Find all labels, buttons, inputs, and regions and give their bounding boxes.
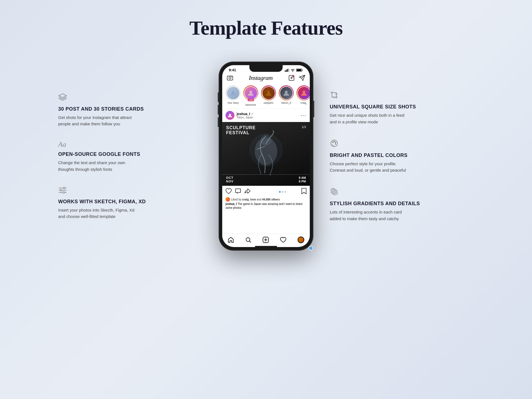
sliders-icon [58,186,202,195]
story-karennne[interactable]: LIVE karennne [243,85,258,106]
ig-header-icons: + [288,75,305,81]
liked-by: Liked by craig_love and 44,686 others [226,197,306,202]
status-time: 9:41 [229,68,236,72]
svg-rect-10 [289,68,290,72]
text-icon: Aa [58,141,202,148]
feature-sketch-figma-title: WORKS WITH SKETCH, FIGMA, XD [58,199,202,205]
feature-google-fonts: Aa OPEN-SOURCE GOOGLE FONTS Change the t… [58,141,202,172]
svg-point-6 [63,192,65,193]
kieron-d-ring [279,85,294,100]
post-more-button[interactable]: ··· [301,113,306,118]
svg-point-5 [60,189,62,191]
feature-square-shots: UNIVERSAL SQUARE SIZE SHOTS Get nice and… [330,90,474,125]
feature-pastel-colors-title: BRIGHT AND PASTEL COLORS [330,153,474,158]
your-story-name: Your Story [227,101,239,104]
event-title-block: SCULPTURE FESTIVAL [226,125,256,135]
story-your-story[interactable]: + Your Story [226,85,241,106]
nav-add[interactable] [263,237,269,243]
post-caption: Liked by craig_love and 44,686 others jo… [222,197,310,211]
liked-avatar [226,197,230,202]
kieron-d-avatar [280,86,293,100]
svg-point-24 [303,91,305,93]
svg-point-15 [229,77,231,79]
event-month2: NOV [226,180,234,183]
send-icon[interactable] [299,75,305,81]
dots-indicator [264,191,301,193]
feature-google-fonts-desc: Change the text and share your own thoug… [58,159,136,172]
action-left [226,188,264,195]
svg-point-33 [334,141,335,142]
share-button[interactable] [244,188,250,195]
feature-gradients-desc: Lots of interesting accents in each card… [330,209,407,222]
event-title-line2: FESTIVAL [226,130,256,135]
dot-1 [279,191,281,193]
nav-likes[interactable] [280,237,286,243]
battery-icon [296,68,303,72]
svg-point-35 [335,143,336,144]
feature-gradients: STYLISH GRADIENTS AND DETAILS Lots of in… [330,187,474,222]
signal-icon [285,68,289,72]
event-month1: OCT [226,176,234,179]
camera-icon[interactable] [227,75,233,81]
phone-container: 9:41 [219,62,313,250]
add-post-icon[interactable]: + [288,75,295,81]
crop-icon [330,90,474,101]
karennne-name: karennne [245,103,256,106]
dot-3 [285,191,286,193]
phone-notch [249,65,283,72]
feature-sketch-figma-desc: Insert your photos into Skecth, Figma, X… [58,207,136,220]
svg-rect-7 [285,70,286,72]
event-time1: 8 AM [299,176,306,179]
event-title-line1: SCULPTURE [226,125,256,130]
caption-text: joshua_l The game in Japan was amazing a… [226,202,306,210]
event-time2: 8 PM [299,180,306,183]
caption-username: joshua_l [226,202,237,205]
post-image-bottom: OCT NOV 8 AM 8 PM [226,176,306,183]
live-badge: LIVE [248,99,254,101]
phone-device: 9:41 [219,62,313,250]
feature-posts-stories-title: 30 POST AND 30 STORIES CARDS [58,106,202,112]
svg-rect-8 [286,70,287,72]
post-header: joshua_l ✓ Tokyo, Japan ··· [222,109,310,122]
zackjohn-ring [261,85,276,100]
nav-profile-avatar [298,237,304,243]
svg-line-40 [331,192,334,195]
karennne-avatar [244,86,258,100]
comment-button[interactable] [235,188,241,195]
karennne-ring [243,85,258,100]
story-craig[interactable]: craig_ [296,85,310,106]
nav-profile[interactable] [298,237,304,243]
svg-point-11 [292,71,293,72]
instagram-logo: Instagram [249,74,273,82]
feature-posts-stories: 30 POST AND 30 STORIES CARDS Get shots f… [58,93,202,127]
nav-home[interactable] [228,237,234,243]
save-button[interactable] [301,188,306,195]
zackjohn-avatar [262,86,275,100]
svg-point-20 [232,91,234,93]
post-author-info: joshua_l ✓ Tokyo, Japan [237,112,253,119]
features-left: 30 POST AND 30 STORIES CARDS Get shots f… [30,93,219,220]
like-button[interactable] [226,188,232,195]
svg-point-32 [332,141,334,143]
story-zackjohn[interactable]: zackjohn [261,85,276,106]
ig-header: Instagram + [222,73,310,83]
nav-bar [222,233,310,245]
craig-ring [296,85,310,100]
svg-point-28 [250,134,282,166]
nav-search[interactable] [245,237,251,243]
svg-point-34 [335,141,336,143]
post-actions [222,186,310,197]
feature-pastel-colors: BRIGHT AND PASTEL COLORS Choose perfect … [330,139,474,174]
event-time: 8 AM 8 PM [299,176,306,183]
story-kieron-d[interactable]: kieron_d [279,85,294,106]
main-layout: 30 POST AND 30 STORIES CARDS Get shots f… [30,62,502,250]
svg-point-25 [229,114,231,116]
home-bar [255,246,277,247]
line-decoration [222,174,310,175]
post-image-text: SCULPTURE FESTIVAL 1/3 [222,125,310,135]
feature-google-fonts-title: OPEN-SOURCE GOOGLE FONTS [58,151,202,157]
svg-text:+: + [292,76,293,78]
feature-square-shots-title: UNIVERSAL SQUARE SIZE SHOTS [330,104,474,110]
liked-text: Liked by craig_love and 44,686 others [231,198,280,201]
feature-gradients-title: STYLISH GRADIENTS AND DETAILS [330,201,474,207]
